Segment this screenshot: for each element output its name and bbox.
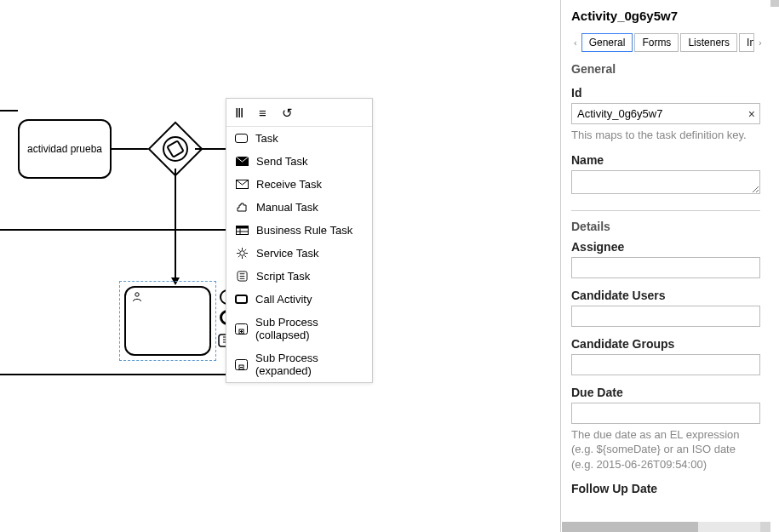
- menu-label: Sub Process (expanded): [255, 352, 364, 377]
- candidate-groups-label: Candidate Groups: [571, 337, 760, 351]
- tab-general[interactable]: General: [581, 33, 633, 52]
- assignee-input[interactable]: [571, 257, 760, 278]
- id-label: Id: [571, 86, 760, 100]
- panel-title: Activity_0g6y5w7: [571, 9, 760, 23]
- svg-line-14: [244, 255, 246, 257]
- menu-item-script-task[interactable]: Script Task: [226, 265, 372, 288]
- id-help-text: This maps to the task definition key.: [571, 128, 760, 143]
- menu-label: Receive Task: [256, 178, 322, 191]
- lane-line: [0, 374, 226, 375]
- task-icon: [235, 134, 248, 143]
- tab-listeners[interactable]: Listeners: [680, 33, 737, 52]
- menu-label: Sub Process (collapsed): [255, 316, 364, 341]
- scrollbar-thumb[interactable]: [562, 522, 698, 532]
- menu-item-business-rule[interactable]: Business Rule Task: [226, 219, 372, 242]
- scrollbar-corner: [760, 522, 770, 532]
- menu-icon[interactable]: ≡: [259, 106, 266, 121]
- tab-input-output[interactable]: Input/O: [739, 33, 754, 52]
- name-input[interactable]: [571, 170, 760, 194]
- lane-line: [0, 110, 18, 112]
- menu-label: Task: [255, 132, 278, 145]
- svg-rect-5: [236, 226, 248, 229]
- loop-icon[interactable]: ↺: [282, 106, 293, 121]
- menu-item-send-task[interactable]: Send Task: [226, 150, 372, 173]
- parallel-icon[interactable]: Ⅲ: [235, 106, 243, 121]
- menu-label: Script Task: [256, 270, 310, 283]
- scrollbar-vertical[interactable]: [770, 0, 779, 7]
- candidate-users-input[interactable]: [571, 306, 760, 327]
- menu-item-call-activity[interactable]: Call Activity: [226, 288, 372, 311]
- due-date-label: Due Date: [571, 386, 760, 399]
- due-date-input[interactable]: [571, 403, 760, 424]
- menu-item-subprocess-collapsed[interactable]: Sub Process (collapsed): [226, 311, 372, 346]
- section-general-header: General: [571, 62, 760, 76]
- task-type-menu: Ⅲ ≡ ↺ Task Send Task Receive Task Manual…: [226, 98, 373, 383]
- gear-icon: [235, 248, 249, 260]
- menu-label: Business Rule Task: [256, 224, 352, 237]
- candidate-users-label: Candidate Users: [571, 289, 760, 302]
- tab-forms[interactable]: Forms: [634, 33, 679, 52]
- sequence-flow: [112, 148, 152, 150]
- task-node[interactable]: actividad prueba: [18, 119, 112, 179]
- menu-label: Manual Task: [256, 201, 318, 214]
- tab-bar: ‹ General Forms Listeners Input/O ›: [571, 33, 760, 52]
- tab-scroll-right[interactable]: ›: [756, 37, 765, 48]
- menu-item-receive-task[interactable]: Receive Task: [226, 173, 372, 196]
- sequence-flow: [175, 169, 176, 277]
- menu-label: Service Task: [256, 247, 318, 260]
- task-label: actividad prueba: [27, 143, 102, 155]
- assignee-label: Assignee: [571, 240, 760, 254]
- tab-scroll-left[interactable]: ‹: [571, 37, 580, 48]
- script-icon: [235, 271, 249, 283]
- svg-line-16: [244, 249, 246, 251]
- user-icon: [131, 291, 143, 306]
- menu-item-task[interactable]: Task: [226, 127, 372, 150]
- svg-point-8: [239, 251, 244, 256]
- svg-line-13: [238, 249, 239, 251]
- menu-label: Send Task: [256, 155, 307, 168]
- hand-icon: [235, 202, 249, 214]
- candidate-groups-input[interactable]: [571, 354, 760, 375]
- canvas-area[interactable]: actividad prueba: [0, 0, 560, 532]
- subprocess-collapsed-icon: [235, 323, 248, 335]
- followup-label: Follow Up Date: [571, 482, 760, 495]
- lane-line: [0, 229, 226, 231]
- menu-label: Call Activity: [255, 293, 312, 306]
- menu-item-subprocess-expanded[interactable]: Sub Process (expanded): [226, 346, 372, 382]
- sequence-flow: [195, 148, 226, 150]
- table-icon: [235, 225, 249, 237]
- svg-point-0: [135, 293, 139, 296]
- call-activity-icon: [235, 295, 248, 304]
- id-input[interactable]: [571, 103, 760, 124]
- properties-panel: Activity_0g6y5w7 ‹ General Forms Listene…: [560, 0, 770, 532]
- receive-icon: [235, 179, 249, 191]
- user-task-node[interactable]: [124, 286, 211, 356]
- section-details-header: Details: [571, 220, 760, 233]
- menu-item-manual-task[interactable]: Manual Task: [226, 196, 372, 219]
- due-date-help: The due date as an EL expression (e.g. $…: [571, 427, 760, 472]
- subprocess-expanded-icon: [235, 358, 248, 370]
- svg-line-15: [238, 255, 239, 257]
- name-label: Name: [571, 153, 760, 167]
- gateway-node[interactable]: [156, 129, 195, 169]
- send-icon: [235, 156, 249, 168]
- menu-item-service-task[interactable]: Service Task: [226, 242, 372, 265]
- scrollbar-horizontal[interactable]: [562, 522, 770, 532]
- clear-icon[interactable]: ×: [748, 107, 755, 121]
